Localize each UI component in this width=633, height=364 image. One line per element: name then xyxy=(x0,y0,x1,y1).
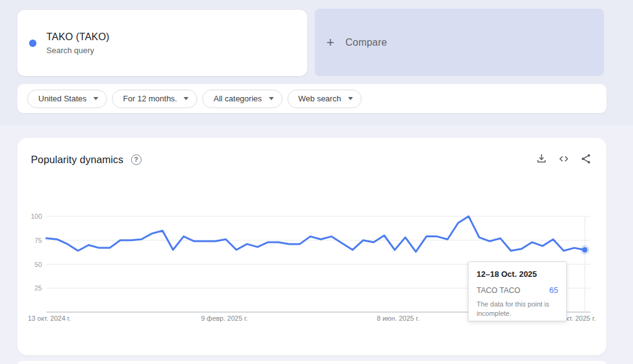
chevron-down-icon xyxy=(184,97,189,100)
download-icon[interactable] xyxy=(535,153,548,166)
filter-bar: United States For 12 months. All categor… xyxy=(17,84,606,113)
x-tick-feb-2025: 9 февр. 2025 г. xyxy=(201,315,248,322)
search-term-subtitle: Search query xyxy=(46,46,109,55)
help-icon[interactable]: ? xyxy=(131,154,142,165)
share-icon[interactable] xyxy=(579,153,593,166)
search-term-title: TAKO (TAKO) xyxy=(46,32,109,43)
y-tick-50: 50 xyxy=(35,261,42,268)
tooltip-series-name: TACO TACO xyxy=(477,286,520,295)
compare-label: Compare xyxy=(346,37,387,48)
trend-line xyxy=(46,216,585,252)
search-term-text: TAKO (TAKO) Search query xyxy=(46,32,109,55)
embed-code-icon[interactable] xyxy=(557,153,571,166)
chart-title: Popularity dynamics xyxy=(31,154,124,166)
tooltip-date: 12–18 Oct. 2025 xyxy=(477,269,558,279)
filter-category-chip[interactable]: All categories xyxy=(202,90,282,108)
y-tick-100: 100 xyxy=(31,213,42,220)
chart-canvas[interactable]: 100 75 50 25 13 окт. 2024 г. 9 февр. 202… xyxy=(17,138,606,355)
chart-tooltip: 12–18 Oct. 2025 TACO TACO 65 The data fo… xyxy=(468,261,567,321)
x-tick-jun-2025: 8 июн. 2025 г. xyxy=(376,315,419,322)
chevron-down-icon xyxy=(269,97,274,100)
chevron-down-icon xyxy=(348,97,353,100)
chart-actions xyxy=(535,153,593,166)
filter-time-range-chip[interactable]: For 12 months. xyxy=(112,90,197,108)
last-point-dot xyxy=(582,247,587,252)
next-card-top-edge xyxy=(17,361,606,364)
y-tick-75: 75 xyxy=(35,237,42,244)
filter-category-label: All categories xyxy=(213,94,261,103)
chart-header: Popularity dynamics ? xyxy=(31,151,593,167)
search-term-card[interactable]: TAKO (TAKO) Search query xyxy=(17,10,307,76)
plus-icon: + xyxy=(326,36,334,49)
tooltip-value: 65 xyxy=(550,286,558,295)
tooltip-series-row: TACO TACO 65 xyxy=(477,286,558,295)
chevron-down-icon xyxy=(93,97,98,100)
y-tick-25: 25 xyxy=(35,284,42,292)
x-tick-oct-2024: 13 окт. 2024 г. xyxy=(28,315,71,322)
popularity-dynamics-card: Popularity dynamics ? 100 xyxy=(17,138,606,355)
filter-region-chip[interactable]: United States xyxy=(27,90,107,108)
filter-region-label: United States xyxy=(38,94,87,103)
filter-search-type-label: Web search xyxy=(299,94,341,103)
compare-add-button[interactable]: + Compare xyxy=(315,9,604,76)
series-color-dot-icon xyxy=(29,40,36,47)
filter-search-type-chip[interactable]: Web search xyxy=(287,90,362,108)
tooltip-note: The data for this point is incomplete. xyxy=(477,300,558,318)
filter-time-range-label: For 12 months. xyxy=(123,94,177,103)
